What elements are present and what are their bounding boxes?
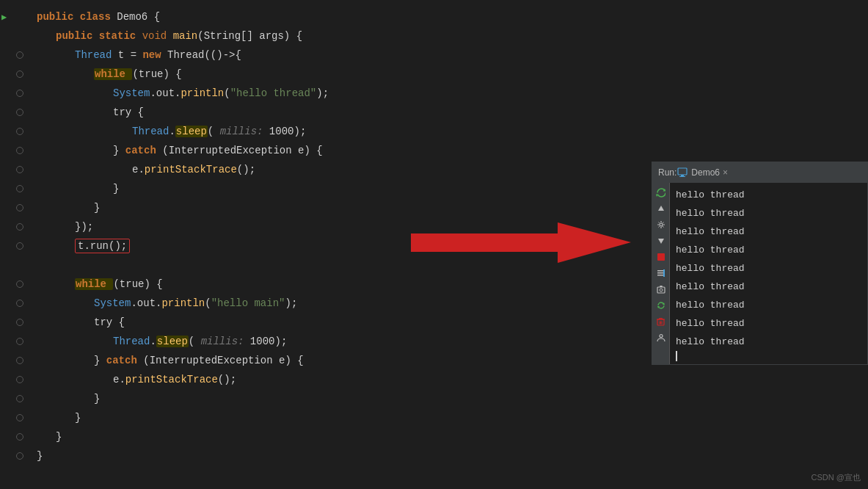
- breakpoint-4: [16, 70, 23, 78]
- output-line-4: hello thread: [676, 241, 861, 259]
- output-line-6: hello thread: [676, 278, 861, 296]
- gutter-13: [0, 242, 29, 250]
- code-line-10: }: [0, 179, 484, 198]
- gutter-9: [0, 166, 29, 173]
- code-line-18: Thread.sleep( millis: 1000);: [0, 332, 484, 351]
- line-content-6: try {: [29, 103, 484, 122]
- reload-button[interactable]: [654, 299, 668, 312]
- svg-rect-9: [657, 253, 665, 261]
- code-line-20: e.printStackTrace();: [0, 370, 484, 389]
- code-line-21: }: [0, 389, 484, 408]
- code-line-2: public static void main(String[] args) {: [0, 26, 484, 46]
- breakpoint-13: [16, 242, 23, 250]
- gutter-6: [0, 109, 29, 116]
- clear-button[interactable]: [654, 315, 668, 328]
- run-tab-close[interactable]: ×: [723, 167, 728, 178]
- settings-button[interactable]: [654, 218, 668, 231]
- gutter-22: [0, 414, 29, 421]
- code-line-4: while (true) {: [0, 65, 484, 84]
- line-content-19: } catch (InterruptedException e) {: [29, 351, 484, 370]
- line-content-10: }: [29, 179, 484, 198]
- breakpoint-24: [16, 452, 23, 460]
- run-panel-header: Run: Demo6 ×: [652, 162, 867, 183]
- run-panel-body: hello thread hello thread hello thread h…: [652, 183, 867, 364]
- scroll-up-button[interactable]: [654, 202, 668, 215]
- run-tab-name[interactable]: Demo6: [691, 167, 720, 178]
- breakpoint-11: [16, 204, 23, 211]
- code-line-7: Thread.sleep( millis: 1000);: [0, 122, 484, 141]
- gutter-21: [0, 395, 29, 402]
- svg-rect-3: [679, 176, 685, 177]
- line-content-22: }: [29, 408, 484, 427]
- svg-marker-0: [411, 222, 631, 263]
- breakpoint-7: [16, 128, 23, 135]
- big-arrow-svg: [411, 219, 631, 267]
- line-content-5: System.out.println("hello thread");: [29, 84, 484, 103]
- breakpoint-8: [16, 147, 23, 154]
- breakpoint-6: [16, 109, 23, 116]
- run-panel-output: hello thread hello thread hello thread h…: [670, 183, 867, 364]
- output-line-9: hello thread: [676, 333, 861, 351]
- user-button[interactable]: [654, 331, 668, 344]
- run-toolbar: [652, 183, 670, 364]
- gutter-19: [0, 357, 29, 364]
- code-line-19: } catch (InterruptedException e) {: [0, 351, 484, 370]
- breakpoint-9: [16, 166, 23, 173]
- breakpoint-10: [16, 185, 23, 192]
- line-content-3: Thread t = new Thread(()->{: [29, 46, 484, 65]
- line-content-7: Thread.sleep( millis: 1000);: [29, 122, 484, 141]
- breakpoint-18: [16, 338, 23, 345]
- gutter-7: [0, 128, 29, 135]
- line-content-8: } catch (InterruptedException e) {: [29, 141, 484, 160]
- line-content-11: }: [29, 198, 484, 217]
- breakpoint-5: [16, 90, 23, 97]
- stop-button[interactable]: [654, 250, 668, 264]
- code-line-8: } catch (InterruptedException e) {: [0, 141, 484, 160]
- line-content-1: public class Demo6 {: [29, 7, 484, 26]
- output-line-7: hello thread: [676, 296, 861, 314]
- line-content-9: e.printStackTrace();: [29, 160, 484, 179]
- output-line-8: hello thread: [676, 314, 861, 333]
- gutter-18: [0, 338, 29, 345]
- output-line-2: hello thread: [676, 204, 861, 222]
- line-content-17: try {: [29, 313, 484, 332]
- gutter-15: [0, 280, 29, 288]
- line-content-4: while (true) {: [29, 65, 484, 84]
- code-line-1: ▶ public class Demo6 {: [0, 7, 484, 26]
- code-line-23: }: [0, 427, 484, 446]
- output-line-5: hello thread: [676, 259, 861, 278]
- svg-rect-13: [663, 269, 665, 277]
- watermark: CSDN @宣也: [812, 472, 861, 483]
- rerun-button[interactable]: [654, 186, 668, 199]
- breakpoint-23: [16, 433, 23, 441]
- line-content-23: }: [29, 427, 484, 446]
- gutter-4: [0, 70, 29, 78]
- line-content-18: Thread.sleep( millis: 1000);: [29, 332, 484, 351]
- code-line-6: try {: [0, 103, 484, 122]
- snapshot-button[interactable]: [654, 283, 668, 296]
- output-line-1: hello thread: [676, 186, 861, 204]
- gutter-3: [0, 51, 29, 59]
- gutter-5: [0, 90, 29, 97]
- code-line-24: }: [0, 446, 484, 466]
- svg-rect-14: [657, 287, 665, 293]
- output-line-3: hello thread: [676, 222, 861, 241]
- code-line-3: Thread t = new Thread(()->{: [0, 46, 484, 65]
- svg-point-15: [660, 289, 663, 291]
- gutter-20: [0, 376, 29, 383]
- code-line-16: System.out.println("hello main");: [0, 294, 484, 313]
- output-cursor: [676, 351, 861, 361]
- output-button[interactable]: [654, 267, 668, 280]
- breakpoint-22: [16, 414, 23, 421]
- line-content-21: }: [29, 389, 484, 408]
- scroll-down-button[interactable]: [654, 234, 668, 247]
- svg-rect-2: [681, 175, 684, 176]
- line-content-2: public static void main(String[] args) {: [29, 26, 484, 46]
- gutter-10: [0, 185, 29, 192]
- gutter-12: [0, 223, 29, 231]
- breakpoint-20: [16, 376, 23, 383]
- run-indicator: ▶: [1, 12, 7, 23]
- breakpoint-16: [16, 300, 23, 307]
- arrow-container: [404, 217, 638, 268]
- code-line-5: System.out.println("hello thread");: [0, 84, 484, 103]
